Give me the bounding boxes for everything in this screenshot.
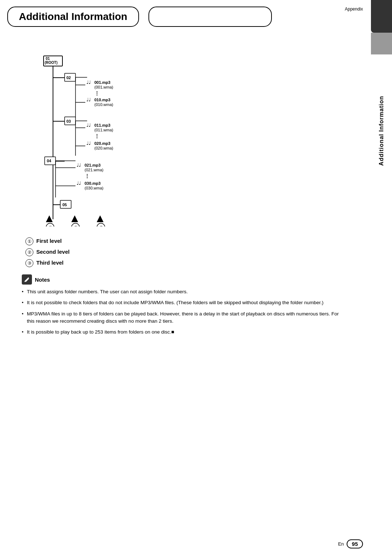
legend-label-3: Third level <box>36 260 64 266</box>
svg-text:03: 03 <box>66 119 71 123</box>
svg-text:⋮: ⋮ <box>85 173 90 179</box>
svg-text:♩♩: ♩♩ <box>77 180 81 186</box>
svg-text:(001.wma): (001.wma) <box>94 85 113 89</box>
svg-text:01: 01 <box>46 57 50 61</box>
svg-text:(011.wma): (011.wma) <box>94 128 113 132</box>
svg-text:(021.wma): (021.wma) <box>85 168 103 172</box>
legend-item-2: ② Second level <box>25 248 342 256</box>
svg-text:021.mp3: 021.mp3 <box>85 163 101 167</box>
sidebar-gray-bar <box>371 33 392 54</box>
svg-text:▲: ▲ <box>69 212 81 225</box>
svg-text:02: 02 <box>66 76 71 80</box>
svg-text:②: ② <box>74 225 78 227</box>
circle-3: ③ <box>25 259 33 267</box>
svg-text:04: 04 <box>47 159 52 163</box>
footer: En 95 <box>338 539 363 548</box>
notes-title: Notes <box>35 277 50 283</box>
note-item-2: It is not possible to check folders that… <box>22 299 342 306</box>
tree-svg: 01 (ROOT) 02 ♩♩ 001.mp3 (001.wma) ⋮ <box>22 49 203 227</box>
notes-section: Notes This unit assigns folder numbers. … <box>22 274 342 336</box>
legend-label-1: First level <box>36 238 62 244</box>
svg-text:05: 05 <box>62 203 67 207</box>
pencil-icon <box>24 277 30 282</box>
svg-text:020.mp3: 020.mp3 <box>94 141 110 146</box>
svg-text:⋮: ⋮ <box>94 90 99 96</box>
svg-text:(020.wma): (020.wma) <box>94 146 113 150</box>
main-content: 01 (ROOT) 02 ♩♩ 001.mp3 (001.wma) ⋮ <box>0 27 371 347</box>
appendix-label: Appendix <box>345 7 363 12</box>
legend-item-1: ① First level <box>25 237 342 245</box>
page-number: 95 <box>347 539 363 548</box>
svg-text:③: ③ <box>99 225 103 227</box>
svg-text:(ROOT): (ROOT) <box>45 61 58 65</box>
svg-text:011.mp3: 011.mp3 <box>94 123 110 127</box>
circle-1: ① <box>25 237 33 245</box>
header-dark-block <box>371 0 392 33</box>
header-right-box <box>148 7 272 27</box>
note-item-3: MP3/WMA files in up to 8 tiers of folder… <box>22 310 342 325</box>
legend: ① First level ② Second level ③ Third lev… <box>25 237 342 267</box>
note-item-4: It is possible to play back up to 253 it… <box>22 328 342 336</box>
svg-text:♩♩: ♩♩ <box>86 79 91 85</box>
sidebar-vertical-text: Additional Information <box>371 58 392 203</box>
page-title: Additional Information <box>7 7 139 27</box>
svg-text:♩♩: ♩♩ <box>86 122 91 128</box>
svg-text:①: ① <box>49 225 52 227</box>
notes-header: Notes <box>22 274 342 285</box>
tree-diagram: 01 (ROOT) 02 ♩♩ 001.mp3 (001.wma) ⋮ <box>22 49 203 227</box>
legend-item-3: ③ Third level <box>25 259 342 267</box>
svg-text:▲: ▲ <box>94 212 106 225</box>
notes-icon <box>22 274 32 285</box>
circle-2: ② <box>25 248 33 256</box>
svg-text:001.mp3: 001.mp3 <box>94 80 110 85</box>
svg-text:▲: ▲ <box>44 212 55 225</box>
svg-text:♩♩: ♩♩ <box>86 140 91 146</box>
header: Additional Information <box>0 0 392 27</box>
svg-text:(030.wma): (030.wma) <box>85 186 103 190</box>
note-item-1: This unit assigns folder numbers. The us… <box>22 288 342 295</box>
legend-label-2: Second level <box>36 249 70 255</box>
svg-text:(010.wma): (010.wma) <box>94 102 113 107</box>
en-label: En <box>338 541 344 547</box>
svg-text:030.mp3: 030.mp3 <box>85 181 101 185</box>
svg-text:♩♩: ♩♩ <box>77 162 81 168</box>
svg-text:♩♩: ♩♩ <box>86 97 91 102</box>
svg-text:010.mp3: 010.mp3 <box>94 98 110 102</box>
svg-text:⋮: ⋮ <box>94 133 99 139</box>
notes-list: This unit assigns folder numbers. The us… <box>22 288 342 336</box>
